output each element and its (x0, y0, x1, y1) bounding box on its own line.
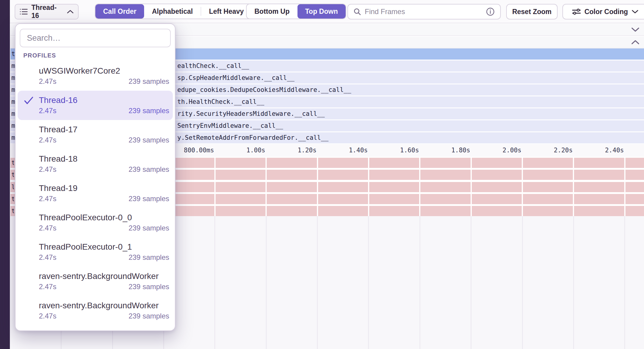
gridline (471, 157, 472, 216)
profile-list-item[interactable]: ThreadPoolExecutor-0_0 2.47s239 samples (18, 208, 173, 237)
profile-name: Thread-18 (39, 154, 169, 164)
color-coding-label: Color Coding (585, 8, 628, 16)
profile-duration: 2.47s (39, 164, 57, 174)
gridline (317, 216, 318, 349)
chevron-down-icon (631, 10, 639, 14)
gridline (265, 157, 267, 216)
profile-list: uWSGIWorker7Core2 2.47s239 samplesThread… (20, 61, 171, 325)
gridline (214, 157, 216, 216)
gridline (368, 157, 369, 216)
gridline (471, 216, 471, 349)
dropdown-search-placeholder: Search… (27, 34, 61, 43)
profile-samples: 239 samples (129, 106, 169, 116)
gridline (368, 216, 369, 349)
profile-list-item[interactable]: Thread-17 2.47s239 samples (18, 120, 173, 149)
chevron-down-icon[interactable] (631, 27, 640, 32)
left-edge-strip (0, 0, 10, 349)
frame-label: rity.SecurityHeadersMiddleware.__call__ (177, 108, 325, 119)
profile-name: raven-sentry.BackgroundWorker (39, 271, 169, 282)
search-icon (353, 8, 361, 16)
profile-duration: 2.47s (39, 76, 57, 87)
chevron-up-icon[interactable] (631, 40, 640, 45)
frame-label-clipped: t (11, 170, 14, 180)
axis-tick-label: 2.00s (463, 147, 521, 154)
profile-name: Thread-16 (39, 95, 169, 106)
profile-list-item[interactable]: raven-sentry.BackgroundWorker 2.47s239 s… (18, 296, 173, 325)
profile-duration: 2.47s (39, 223, 57, 233)
chevron-up-icon (67, 10, 74, 14)
find-frames-input[interactable]: Find Frames (347, 4, 501, 19)
gridline (419, 157, 420, 216)
profile-name: ThreadPoolExecutor-0_0 (39, 212, 169, 223)
profiles-section-label: PROFILES (20, 52, 171, 59)
direction-segmented-control: Bottom UpTop Down (246, 4, 346, 19)
sort-option-left-heavy[interactable]: Left Heavy (201, 4, 251, 19)
profile-samples: 239 samples (129, 135, 169, 145)
frame-label: SentryEnvMiddleware.__call__ (177, 120, 283, 131)
gridline (522, 216, 523, 349)
direction-option-bottom-up[interactable]: Bottom Up (247, 4, 297, 19)
frame-label-clipped: t (11, 158, 14, 168)
profile-list-item[interactable]: ThreadPoolExecutor-0_1 2.47s239 samples (18, 237, 173, 267)
profile-duration: 2.47s (39, 252, 57, 262)
profile-samples: 239 samples (129, 194, 169, 204)
sliders-icon (572, 8, 581, 16)
frame-label: sp.CspHeaderMiddleware.__call__ (177, 72, 294, 84)
profile-duration: 2.47s (39, 106, 57, 116)
profile-name: ThreadPoolExecutor-0_1 (39, 242, 169, 252)
gridline (266, 216, 267, 349)
checkmark-icon (24, 96, 34, 105)
profile-list-item[interactable]: uWSGIWorker7Core2 2.47s239 samples (18, 61, 173, 91)
axis-tick-label: 2.40s (566, 147, 624, 154)
profile-duration: 2.47s (39, 282, 57, 292)
toolbar: Thread-16 Call OrderAlphabeticalLeft Hea… (10, 0, 644, 23)
gridline (573, 157, 574, 216)
gridline (573, 216, 574, 349)
direction-option-top-down[interactable]: Top Down (297, 4, 346, 19)
info-icon[interactable] (486, 7, 495, 16)
profile-samples: 239 samples (129, 252, 169, 262)
frame-label: y.SetRemoteAddrFromForwardedFor.__call__ (177, 132, 329, 143)
axis-tick-label: 1.80s (412, 147, 470, 154)
profile-list-item[interactable]: Thread-19 2.47s239 samples (18, 179, 173, 208)
profile-samples: 239 samples (129, 164, 169, 174)
profile-name: uWSGIWorker7Core2 (39, 66, 169, 76)
sort-segmented-control: Call OrderAlphabeticalLeft Heavy (95, 4, 252, 19)
profile-list-item[interactable]: raven-sentry.BackgroundWorker 2.47s239 s… (18, 267, 173, 296)
sort-option-call-order[interactable]: Call Order (95, 4, 144, 19)
sort-option-alphabetical[interactable]: Alphabetical (144, 4, 201, 19)
profile-samples: 239 samples (129, 311, 169, 321)
gridline (317, 157, 318, 216)
thread-selector-label: Thread-16 (31, 4, 63, 20)
axis-tick-label: 1.60s (361, 147, 419, 154)
axis-tick-label: 2.20s (514, 147, 573, 154)
frame-label-clipped: t (11, 206, 14, 216)
profile-name: Thread-19 (39, 183, 169, 194)
frame-label-clipped: l (11, 182, 14, 192)
frame-label: th.HealthCheck.__call__ (177, 96, 264, 107)
reset-zoom-button[interactable]: Reset Zoom (506, 4, 558, 19)
gridline (624, 216, 625, 349)
profile-duration: 2.47s (39, 135, 57, 145)
profile-duration: 2.47s (39, 311, 57, 321)
profile-list-item[interactable]: Thread-18 2.47s239 samples (18, 149, 173, 179)
frame-label-clipped: t (11, 194, 14, 204)
profile-list-item-selected[interactable]: Thread-16 2.47s239 samples (18, 91, 173, 120)
reset-zoom-label: Reset Zoom (512, 8, 552, 16)
profile-samples: 239 samples (129, 223, 169, 233)
thread-selector-button[interactable]: Thread-16 (15, 4, 79, 19)
color-coding-button[interactable]: Color Coding (562, 4, 644, 19)
dropdown-search-input[interactable]: Search… (20, 29, 171, 47)
thread-list-icon (19, 8, 28, 16)
frame-label: edupe_cookies.DedupeCookiesMiddleware.__… (177, 84, 351, 95)
gridline (624, 157, 625, 216)
gridline (214, 216, 215, 349)
gridline (419, 216, 420, 349)
frame-label: ealthCheck.__call__ (177, 60, 249, 72)
profile-name: Thread-17 (39, 124, 169, 135)
axis-tick-label: 1.00s (207, 147, 265, 154)
profile-samples: 239 samples (129, 76, 169, 87)
find-frames-placeholder: Find Frames (365, 7, 482, 16)
profile-name: raven-sentry.BackgroundWorker (39, 300, 169, 311)
thread-dropdown-panel: Search… PROFILES uWSGIWorker7Core2 2.47s… (15, 23, 176, 331)
